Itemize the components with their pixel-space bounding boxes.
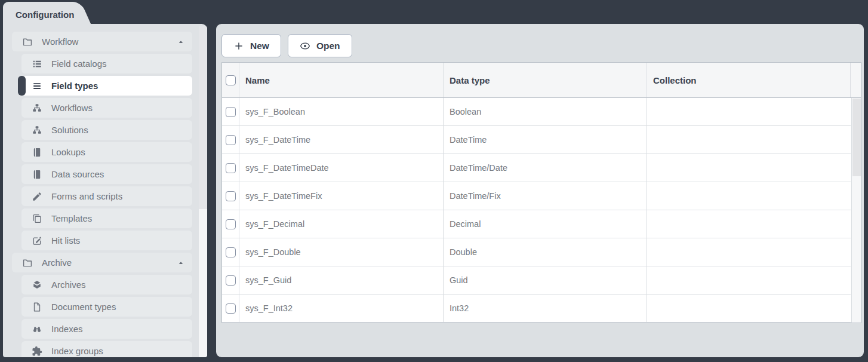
sidebar-item-lookups[interactable]: Lookups: [21, 142, 192, 162]
row-checkbox[interactable]: [226, 275, 236, 286]
row-checkbox[interactable]: [226, 107, 236, 117]
sidebar: WorkflowField catalogsField typesWorkflo…: [3, 24, 207, 357]
cell-data-type: Int32: [444, 294, 647, 322]
select-all-checkbox[interactable]: [226, 75, 236, 85]
sidebar-section-label: Archive: [42, 257, 72, 268]
row-checkbox[interactable]: [226, 163, 236, 173]
row-checkbox-cell: [222, 126, 239, 154]
sidebar-item-hit-lists[interactable]: Hit lists: [21, 231, 192, 250]
row-checkbox-cell: [222, 98, 239, 125]
table-row[interactable]: sys_F_DateTimeDateDateTime/Date: [222, 154, 851, 182]
table-row[interactable]: sys_F_GuidGuid: [222, 266, 851, 294]
row-checkbox[interactable]: [226, 303, 236, 314]
table-row[interactable]: sys_F_DateTimeFixDateTime/Fix: [222, 182, 851, 210]
table-body: sys_F_BooleanBooleansys_F_DateTimeDateTi…: [221, 98, 861, 323]
sidebar-item-label: Field catalogs: [51, 59, 107, 69]
sidebar-item-label: Field types: [51, 81, 98, 91]
table-row[interactable]: sys_F_DoubleDouble: [222, 238, 851, 266]
sidebar-item-solutions[interactable]: Solutions: [21, 120, 192, 140]
sidebar-scrollbar-track: [199, 26, 207, 357]
table-row[interactable]: sys_F_DateTimeDateTime: [222, 126, 851, 154]
list-icon: [32, 59, 42, 69]
cell-data-type: Decimal: [444, 210, 647, 238]
sidebar-section-archive[interactable]: Archive: [12, 253, 192, 272]
cell-collection: [647, 182, 851, 210]
sidebar-item-indexes[interactable]: Indexes: [21, 319, 192, 339]
sidebar-item-label: Document types: [51, 302, 116, 312]
sidebar-item-workflows[interactable]: Workflows: [21, 98, 192, 118]
table-scrollbar-thumb[interactable]: [852, 99, 861, 176]
tab-configuration[interactable]: Configuration: [3, 2, 72, 27]
cell-collection: [647, 294, 851, 322]
cell-collection: [647, 210, 851, 238]
sidebar-item-templates[interactable]: Templates: [21, 208, 192, 228]
tab-configuration-label: Configuration: [16, 10, 74, 20]
row-checkbox[interactable]: [226, 191, 236, 201]
sidebar-item-field-types[interactable]: Field types: [21, 76, 192, 96]
sidebar-item-archives[interactable]: Archives: [21, 275, 192, 294]
table-header-checkbox-cell: [222, 63, 239, 97]
row-checkbox[interactable]: [226, 219, 236, 229]
cell-data-type: Double: [444, 238, 647, 266]
chevron-up-icon[interactable]: [177, 259, 185, 267]
table-row[interactable]: sys_F_Int32Int32: [222, 294, 851, 323]
sidebar-item-label: Hit lists: [51, 235, 80, 246]
cell-name: sys_F_Int32: [239, 294, 444, 322]
column-header-data-type[interactable]: Data type: [444, 63, 647, 97]
table-header-gutter: [851, 63, 861, 97]
edit-icon: [32, 235, 42, 246]
book-icon: [32, 169, 42, 180]
open-button[interactable]: Open: [288, 34, 352, 57]
column-header-name[interactable]: Name: [239, 63, 444, 97]
toolbar: New Open: [221, 34, 352, 57]
sidebar-item-label: Archives: [51, 280, 86, 290]
cell-collection: [647, 238, 851, 266]
sidebar-nav: WorkflowField catalogsField typesWorkflo…: [12, 32, 192, 357]
open-button-label: Open: [316, 41, 340, 51]
sidebar-item-label: Workflows: [51, 103, 93, 113]
cell-data-type: DateTime: [444, 126, 647, 154]
sitemap-icon: [32, 103, 42, 113]
field-types-table: Name Data type Collection sys_F_BooleanB…: [221, 62, 861, 323]
table-row[interactable]: sys_F_DecimalDecimal: [222, 210, 851, 238]
table-row[interactable]: sys_F_BooleanBoolean: [222, 98, 851, 126]
cell-data-type: Guid: [444, 266, 647, 294]
row-checkbox[interactable]: [226, 247, 236, 257]
new-button-label: New: [250, 41, 269, 51]
sidebar-item-data-sources[interactable]: Data sources: [21, 164, 192, 184]
plus-icon: [233, 41, 244, 51]
column-header-collection[interactable]: Collection: [647, 63, 851, 97]
row-checkbox-cell: [222, 238, 239, 266]
row-checkbox[interactable]: [226, 135, 236, 145]
document-icon: [32, 302, 42, 312]
cell-data-type: Boolean: [444, 98, 647, 125]
sidebar-scrollbar-thumb[interactable]: [199, 26, 207, 209]
sidebar-section-workflow[interactable]: Workflow: [12, 32, 192, 51]
chevron-up-icon[interactable]: [177, 38, 185, 46]
binoculars-icon: [32, 324, 42, 335]
folder-icon: [22, 257, 33, 268]
eye-icon: [300, 41, 310, 51]
cell-name: sys_F_Boolean: [239, 98, 444, 125]
cell-collection: [647, 154, 851, 182]
new-button[interactable]: New: [221, 34, 281, 57]
cell-collection: [647, 98, 851, 125]
sidebar-item-label: Lookups: [51, 147, 85, 157]
main-panel: New Open Name Data type Collection sys_F…: [216, 24, 864, 357]
row-checkbox-cell: [222, 182, 239, 210]
sidebar-item-label: Data sources: [51, 169, 104, 179]
cell-data-type: DateTime/Date: [444, 154, 647, 182]
sidebar-item-document-types[interactable]: Document types: [21, 297, 192, 317]
sidebar-item-label: Solutions: [51, 125, 88, 135]
sidebar-item-forms-and-scripts[interactable]: Forms and scripts: [21, 186, 192, 206]
cell-name: sys_F_Double: [239, 238, 444, 266]
row-checkbox-cell: [222, 294, 239, 322]
sidebar-item-index-groups[interactable]: Index groups: [21, 341, 192, 357]
cell-name: sys_F_DateTimeFix: [239, 182, 444, 210]
sidebar-section-label: Workflow: [42, 36, 78, 47]
sidebar-item-field-catalogs[interactable]: Field catalogs: [21, 54, 192, 73]
archive-icon: [32, 280, 42, 290]
cell-name: sys_F_DateTimeDate: [239, 154, 444, 182]
sidebar-item-label: Indexes: [51, 324, 83, 334]
puzzle-icon: [32, 346, 42, 357]
